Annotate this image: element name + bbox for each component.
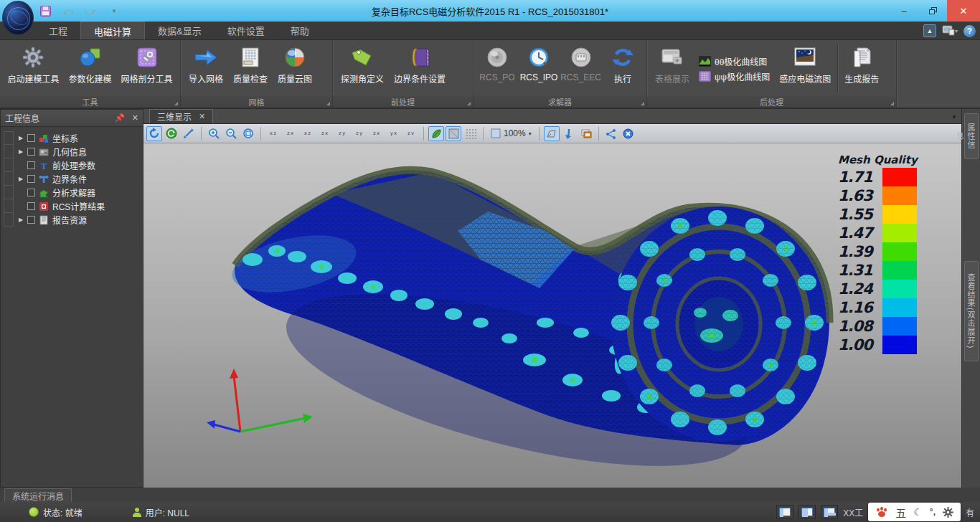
view-orientation-button-9[interactable]: zv: [403, 126, 419, 141]
tab-data-display[interactable]: 数据&显示: [145, 22, 215, 39]
tab-system-messages[interactable]: 系统运行消息: [4, 488, 72, 502]
parametric-modeling-button[interactable]: 参数化建模: [64, 42, 116, 95]
tab-close-icon[interactable]: ✕: [199, 112, 205, 121]
group-corner-icon[interactable]: [890, 102, 894, 105]
ime-punctuation: °,: [930, 507, 936, 517]
expand-icon[interactable]: ▶: [18, 135, 24, 141]
expand-icon[interactable]: ▶: [18, 217, 24, 223]
share-button[interactable]: [603, 126, 619, 141]
collapse-ribbon-button[interactable]: ▲: [923, 24, 936, 37]
orbit-button[interactable]: [164, 126, 179, 141]
tree-item-boundary-conditions[interactable]: ▶ 边界条件: [1, 172, 143, 186]
tree-item-coordinate-system[interactable]: ▶ 坐标系: [1, 131, 143, 145]
viewport-canvas[interactable]: Mesh Quality 1.71 1.63 1.55 1.47 1.39 1.…: [143, 143, 961, 488]
execute-button[interactable]: 执行: [602, 42, 644, 95]
expand-icon[interactable]: ▶: [18, 176, 24, 182]
minimize-button[interactable]: –: [890, 0, 918, 22]
ime-mode-char: 五: [895, 505, 906, 520]
panel-title: 工程信息: [5, 112, 39, 124]
mesh-partition-tool-button[interactable]: 网格剖分工具: [116, 42, 177, 95]
polar-curve-stack: θθ极化曲线图 ψψ极化曲线图: [694, 42, 774, 95]
ime-toolbar[interactable]: 五 ☾ °,: [868, 503, 961, 521]
checkbox[interactable]: [27, 161, 35, 169]
view-orientation-button-7[interactable]: zx: [369, 126, 385, 141]
layout-left-panel-button[interactable]: [776, 505, 793, 519]
checkbox[interactable]: [27, 175, 35, 183]
group-corner-icon[interactable]: [174, 102, 178, 105]
view-orientation-button-8[interactable]: yx: [386, 126, 402, 141]
checkbox[interactable]: [27, 216, 35, 224]
checkbox[interactable]: [27, 134, 35, 142]
wireframe-view-button[interactable]: [463, 126, 479, 141]
view-orientation-button-6[interactable]: zy: [352, 126, 367, 141]
checkbox[interactable]: [27, 189, 35, 196]
zoom-out-button[interactable]: [223, 126, 239, 141]
pan-button[interactable]: [181, 126, 197, 141]
view-orientation-button-1[interactable]: xz: [265, 126, 281, 141]
tree-item-geometry-info[interactable]: ▶ 几何信息: [1, 145, 143, 158]
group-corner-icon[interactable]: [326, 102, 330, 105]
group-corner-icon[interactable]: [467, 102, 471, 105]
layout-split-panel-button[interactable]: [798, 505, 816, 519]
panel-close-button[interactable]: ✕: [132, 113, 138, 123]
rotate-button[interactable]: [146, 126, 162, 141]
close-view-button[interactable]: [621, 126, 636, 141]
view-orientation-button-3[interactable]: xz: [300, 126, 316, 141]
green-chart-icon: [699, 56, 711, 67]
view-orientation-button-4[interactable]: zx: [317, 126, 333, 141]
rcs-eec-button[interactable]: RCS_EEC: [560, 42, 602, 95]
quality-cloud-button[interactable]: 质量云图: [273, 42, 317, 95]
quality-check-button[interactable]: 质量检查: [228, 42, 273, 95]
rcs-po-button[interactable]: RCS_PO: [476, 42, 518, 95]
tab-em-computation[interactable]: 电磁计算: [80, 22, 145, 39]
layout-bottom-panel-button[interactable]: [821, 505, 838, 519]
boundary-condition-button[interactable]: 边界条件设置: [389, 42, 451, 95]
checkbox[interactable]: [27, 148, 35, 156]
tree-item-preprocess-params[interactable]: T 前处理参数: [1, 158, 143, 172]
app-logo[interactable]: [2, 1, 34, 35]
start-modeling-tool-button[interactable]: 启动建模工具: [3, 42, 64, 95]
psi-polar-curve-button[interactable]: ψψ极化曲线图: [699, 70, 770, 82]
restore-button[interactable]: [918, 0, 947, 22]
generate-report-button[interactable]: 生成报告: [839, 42, 884, 95]
display-mode-button[interactable]: ▾: [942, 25, 958, 37]
view-orientation-button-5[interactable]: zy: [334, 126, 350, 141]
zoom-in-button[interactable]: [206, 126, 222, 141]
rcs-ipo-button[interactable]: RCS_IPO: [518, 42, 560, 95]
ribbon-group-preprocess: 探测角定义 边界条件设置 前处理: [333, 40, 473, 108]
tab-list-caret[interactable]: ▾: [952, 113, 956, 120]
coordinate-system-icon: [39, 133, 49, 143]
zoom-level-select[interactable]: 100% ▾: [488, 128, 534, 138]
close-button[interactable]: ✕: [947, 0, 980, 22]
tree-item-rcs-results[interactable]: RCS计算结果: [1, 199, 143, 213]
tab-view-results[interactable]: 查看结果(双击展开): [964, 261, 979, 361]
tab-software-settings[interactable]: 软件设置: [215, 22, 278, 39]
zoom-fit-button[interactable]: [240, 126, 256, 141]
tab-3d-display[interactable]: 三维显示 ✕: [149, 109, 213, 123]
tree-item-analysis-solver[interactable]: 分析求解器: [1, 186, 143, 199]
table-display-button[interactable]: 表格展示: [650, 42, 694, 95]
zoom-level-value: 100%: [504, 128, 526, 138]
drop-view-button[interactable]: [561, 126, 577, 141]
help-button[interactable]: ?: [963, 25, 976, 37]
clip-region-button[interactable]: [544, 126, 560, 141]
tab-help[interactable]: 帮助: [278, 22, 322, 39]
table-window-icon: [661, 47, 684, 67]
import-mesh-button[interactable]: 导入网格: [184, 42, 228, 95]
tree-item-report-resources[interactable]: ▶ 报告资源: [1, 213, 143, 227]
shaded-view-button[interactable]: [446, 126, 461, 141]
application-window: ⤺ ⤻ ▾ 复杂目标RCS电磁分析软件2015 R1 - RCS_2015031…: [0, 0, 980, 522]
tab-properties-info[interactable]: 属性信息: [964, 113, 979, 159]
layers-button[interactable]: [578, 126, 594, 141]
render-smooth-button[interactable]: [428, 126, 444, 141]
detect-angle-define-button[interactable]: 探测角定义: [336, 42, 389, 95]
pin-button[interactable]: 📌: [115, 113, 125, 123]
theta-polar-curve-button[interactable]: θθ极化曲线图: [699, 55, 770, 67]
induced-current-map-button[interactable]: 感应电磁流图: [774, 42, 836, 95]
tab-project[interactable]: 工程: [36, 22, 80, 39]
group-corner-icon[interactable]: [641, 102, 644, 105]
view-orientation-button-2[interactable]: zx: [283, 126, 298, 141]
expand-icon[interactable]: ▶: [18, 148, 24, 155]
checkbox[interactable]: [27, 202, 35, 210]
paw-icon: [875, 506, 888, 518]
